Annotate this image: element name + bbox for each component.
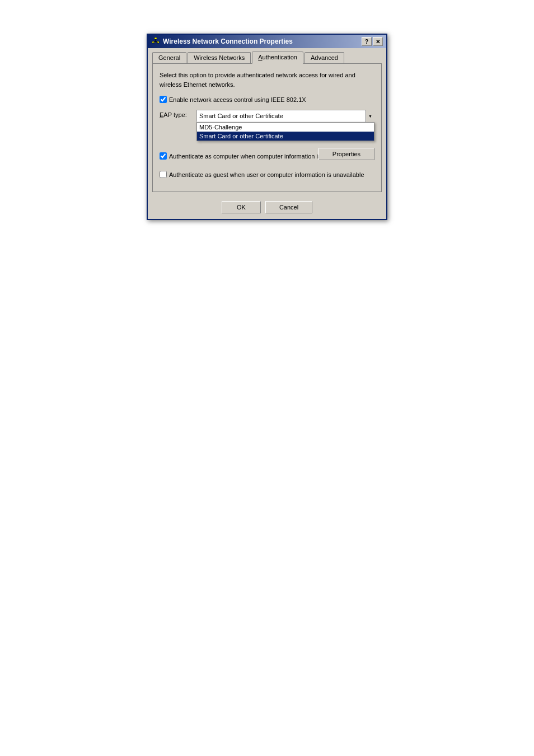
authenticate-guest-checkbox[interactable] [160, 171, 167, 178]
authenticate-guest-label: Authenticate as guest when user or compu… [169, 171, 364, 178]
eap-dropdown-list: MD5-Challenge Smart Card or other Certif… [196, 122, 374, 141]
tab-general[interactable]: General [152, 52, 186, 63]
enable-checkbox-row: Enable network access control using IEEE… [160, 96, 374, 103]
eap-selected-value: Smart Card or other Certificate [199, 113, 283, 119]
eap-control-group: Smart Card or other Certificate MD5-Chal… [196, 110, 374, 143]
cancel-button[interactable]: Cancel [265, 201, 312, 213]
eap-option-md5[interactable]: MD5-Challenge [197, 123, 374, 132]
button-row: OK Cancel [148, 197, 386, 219]
enable-checkbox[interactable] [160, 96, 167, 103]
svg-rect-0 [154, 38, 157, 39]
help-button[interactable]: ? [362, 37, 372, 46]
title-text: Wireless Network Connection Properties [163, 38, 293, 45]
enable-checkbox-label: Enable network access control using IEEE… [169, 96, 306, 103]
title-bar-left: Wireless Network Connection Properties [151, 37, 293, 46]
eap-row: EAP type: Smart Card or other Certificat… [160, 110, 374, 143]
eap-section: Smart Card or other Certificate MD5-Chal… [196, 110, 374, 122]
eap-select-display[interactable]: Smart Card or other Certificate [196, 110, 374, 122]
tab-authentication-label: Authentication [258, 54, 297, 60]
properties-button[interactable]: Properties [318, 148, 374, 160]
tab-general-label: General [158, 54, 180, 61]
eap-type-label: EAP type: [160, 111, 192, 118]
ok-button[interactable]: OK [222, 201, 261, 213]
tab-authentication[interactable]: Authentication [252, 52, 303, 64]
authenticate-computer-checkbox[interactable] [160, 152, 167, 160]
title-bar: Wireless Network Connection Properties ?… [148, 35, 386, 48]
eap-select-container: Smart Card or other Certificate MD5-Chal… [196, 110, 374, 122]
content-area: Select this option to provide authentica… [152, 63, 382, 192]
tab-advanced-label: Advanced [311, 54, 338, 61]
tab-advanced[interactable]: Advanced [305, 52, 344, 63]
tab-wireless-networks-label: Wireless Networks [194, 54, 245, 61]
description-text: Select this option to provide authentica… [160, 71, 374, 89]
eap-option-smartcard[interactable]: Smart Card or other Certificate [197, 132, 374, 141]
dropdown-arrow-icon[interactable] [366, 110, 374, 122]
authenticate-guest-row: Authenticate as guest when user or compu… [160, 171, 374, 178]
tab-wireless-networks[interactable]: Wireless Networks [188, 52, 251, 63]
network-icon [151, 37, 160, 46]
close-button[interactable]: ✕ [373, 37, 383, 46]
tabs-bar: General Wireless Networks Authentication… [148, 48, 386, 63]
title-bar-buttons: ? ✕ [362, 37, 383, 46]
dialog-window: Wireless Network Connection Properties ?… [147, 34, 387, 220]
